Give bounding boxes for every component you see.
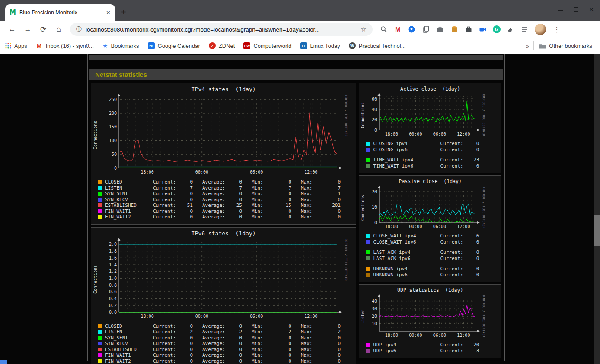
- bookmark-star-icon[interactable]: ☆: [361, 25, 367, 33]
- legend-stat-value: 7: [180, 185, 193, 191]
- graph-body: Connections18:0000:0006:0012:0001020RRDT…: [360, 185, 500, 230]
- legend-stat-value: 0: [229, 335, 242, 341]
- legend-stat-key: Max:: [301, 329, 328, 335]
- legend-stat-value: 0: [229, 352, 242, 358]
- briefcase-icon[interactable]: [464, 25, 473, 34]
- legend-stat-key: Average:: [202, 197, 229, 203]
- legend-row: LAST_ACK ipv4Current:0: [366, 249, 500, 255]
- legend-stat-value: 0: [278, 197, 291, 203]
- legend-row: TIME_WAIT ipv4Current:23: [366, 157, 500, 163]
- legend-row: SYN_RECVCurrent:0Average:0Min:0Max:0: [98, 197, 355, 203]
- profile-avatar[interactable]: [535, 24, 546, 35]
- legend-stat-value: 2: [278, 329, 291, 335]
- camera-icon[interactable]: [479, 25, 487, 34]
- legend-stat-key: Current:: [440, 266, 467, 272]
- legend-stat-key: Max:: [301, 323, 328, 329]
- legend-stat-value: 0: [278, 347, 291, 352]
- maximize-button[interactable]: [574, 7, 578, 12]
- graph-legend: CLOSEDCurrent:0Average:0Min:0Max:0LISTEN…: [98, 179, 355, 220]
- reading-list-icon[interactable]: [520, 25, 529, 34]
- home-button[interactable]: ⌂: [53, 24, 64, 35]
- bookmarks-overflow-icon[interactable]: »: [526, 42, 529, 50]
- zdnet-icon: Z: [209, 42, 216, 49]
- rrdtool-watermark: RRDTOOL / TOBI OETIKER: [481, 294, 485, 339]
- legend-stat-key: Current:: [440, 342, 467, 348]
- extension-icon[interactable]: [436, 25, 444, 34]
- close-button[interactable]: ✕: [589, 6, 594, 13]
- svg-text:20: 20: [372, 314, 377, 319]
- legend-stat-key: Average:: [202, 323, 229, 329]
- legend-stat-value: 0: [467, 272, 479, 278]
- legend-spacer: [366, 261, 500, 266]
- tab-close-icon[interactable]: ✕: [106, 9, 111, 16]
- legend-stat-value: 0: [278, 191, 291, 196]
- bookmark-linux-today[interactable]: LT Linux Today: [300, 42, 340, 49]
- back-button[interactable]: ←: [6, 24, 18, 35]
- bookmark-zdnet[interactable]: Z ZDNet: [209, 42, 235, 49]
- legend-label: FIN_WAIT1: [105, 352, 153, 358]
- bookmark-bookmarks[interactable]: ★ Bookmarks: [102, 42, 139, 49]
- tab-title: Blue Precision Monitorix: [19, 9, 103, 16]
- bookmarks-bar: Apps M Inbox (16) - sjvn0... ★ Bookmarks…: [0, 38, 600, 54]
- svg-text:150: 150: [109, 124, 117, 129]
- legend-stat-value: 2: [229, 329, 242, 335]
- legend-stat-value: 0: [180, 341, 193, 346]
- legend-stat-key: Max:: [301, 347, 328, 352]
- legend-stat-key: Current:: [440, 256, 467, 261]
- new-tab-button[interactable]: +: [121, 8, 126, 16]
- reload-button[interactable]: ⟳: [38, 24, 49, 35]
- legend-row: LISTENCurrent:7Average:7Min:7Max:7: [98, 185, 355, 191]
- extensions-puzzle-icon[interactable]: [506, 25, 515, 34]
- legend-stat-key: Min:: [252, 329, 278, 335]
- bookmark-inbox[interactable]: M Inbox (16) - sjvn0...: [36, 42, 94, 49]
- svg-text:12:00: 12:00: [457, 132, 470, 136]
- legend-row: SYN_SENTCurrent:0Average:0Min:0Max:1: [98, 191, 355, 197]
- database-icon[interactable]: [450, 25, 459, 34]
- browser-tab[interactable]: M Blue Precision Monitorix ✕: [5, 4, 115, 21]
- svg-text:0: 0: [114, 166, 117, 171]
- svg-text:50: 50: [112, 152, 117, 157]
- other-bookmarks-folder[interactable]: Other bookmarks: [539, 43, 592, 49]
- legend-stat-key: Min:: [252, 323, 278, 329]
- minimize-button[interactable]: [558, 8, 563, 11]
- legend-stat-key: Current:: [440, 233, 467, 239]
- site-info-icon[interactable]: ⓘ: [76, 25, 82, 33]
- bookmark-practical-technology[interactable]: W Practical Technol...: [349, 42, 406, 49]
- legend-stat-value: 15: [278, 203, 291, 208]
- legend-stat-key: Min:: [252, 358, 278, 364]
- legend-stat-value: 0: [467, 250, 479, 255]
- graph-canvas: 18:0000:0006:0012:00050100150200250: [98, 93, 343, 177]
- legend-stat-key: Current:: [153, 352, 180, 358]
- bookmark-computerworld[interactable]: CW Computerworld: [243, 42, 291, 49]
- address-bar[interactable]: ⓘ localhost:8080/monitorix-cgi/monitorix…: [70, 23, 373, 36]
- bookmark-google-calendar[interactable]: 28 Google Calendar: [148, 42, 200, 49]
- svg-text:06:00: 06:00: [250, 314, 263, 319]
- chrome-menu-icon[interactable]: ⋮: [553, 25, 560, 34]
- forward-button[interactable]: →: [22, 24, 33, 35]
- gmail-icon[interactable]: M: [394, 25, 402, 33]
- search-icon[interactable]: [380, 25, 388, 34]
- svg-text:2.0: 2.0: [109, 242, 117, 247]
- legend-stat-key: Max:: [301, 214, 328, 220]
- legend-stat-value: 0: [229, 197, 242, 203]
- legend-stat-key: Max:: [301, 341, 328, 346]
- legend-stat-value: 0: [278, 209, 291, 214]
- apps-shortcut[interactable]: Apps: [5, 43, 27, 49]
- charts-column-right: Active close (1day)Connections18:0000:00…: [359, 83, 501, 364]
- keep-icon[interactable]: [407, 25, 416, 34]
- svg-text:0.2: 0.2: [109, 303, 117, 307]
- svg-text:1.4: 1.4: [109, 262, 117, 267]
- url-text[interactable]: localhost:8080/monitorix-cgi/monitorix.c…: [86, 26, 357, 33]
- legend-stat-key: Max:: [301, 197, 328, 203]
- svg-text:18:00: 18:00: [141, 314, 154, 319]
- copy-icon[interactable]: [421, 25, 430, 34]
- scrollbar-thumb[interactable]: [594, 215, 600, 246]
- legend-stat-value: 0: [328, 335, 341, 341]
- graph-legend: CLOSING ipv4Current:0CLOSING ipv6Current…: [366, 140, 500, 169]
- rrdtool-watermark: RRDTOOL / TOBI OETIKER: [481, 185, 485, 230]
- legend-row: LISTENCurrent:2Average:2Min:2Max:2: [98, 329, 355, 335]
- grammarly-icon[interactable]: G: [493, 25, 501, 33]
- page-scrollbar[interactable]: [594, 54, 600, 364]
- legend-stat-key: Average:: [202, 191, 229, 196]
- legend-stat-key: Current:: [440, 239, 467, 245]
